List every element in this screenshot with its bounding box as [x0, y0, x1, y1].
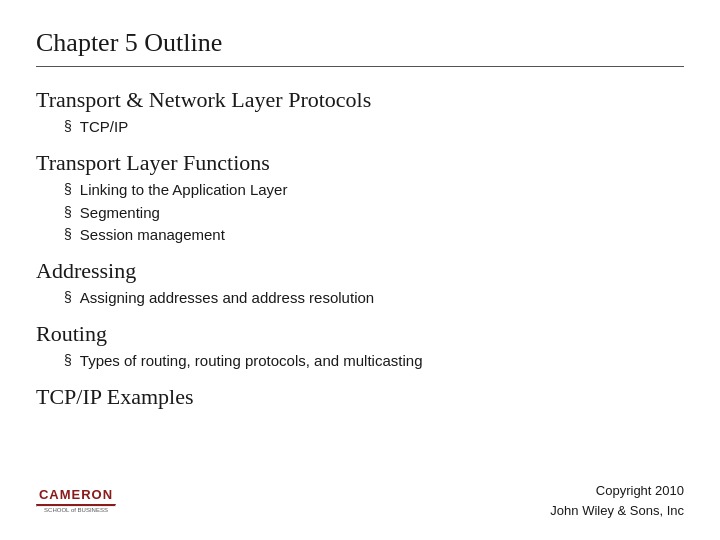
bullet-text: Segmenting: [80, 202, 160, 224]
content-area: Transport & Network Layer Protocols TCP/…: [36, 81, 684, 473]
section-tcpip-examples: TCP/IP Examples: [36, 378, 684, 413]
list-item: Linking to the Application Layer: [36, 179, 684, 201]
bullet-text: Session management: [80, 224, 225, 246]
cameron-logo: CAMERON SCHOOL of BUSINESS: [36, 482, 116, 520]
bullet-text: Assigning addresses and address resoluti…: [80, 287, 374, 309]
logo-subtitle: SCHOOL of BUSINESS: [44, 507, 108, 514]
bullet-list-1: TCP/IP: [36, 116, 684, 138]
section-routing: Routing Types of routing, routing protoc…: [36, 315, 684, 376]
section-heading-2: Transport Layer Functions: [36, 150, 684, 176]
bullet-list-3: Assigning addresses and address resoluti…: [36, 287, 684, 309]
list-item: Session management: [36, 224, 684, 246]
bullet-list-4: Types of routing, routing protocols, and…: [36, 350, 684, 372]
section-heading-3: Addressing: [36, 258, 684, 284]
slide: Chapter 5 Outline Transport & Network La…: [0, 0, 720, 540]
bullet-list-2: Linking to the Application Layer Segment…: [36, 179, 684, 246]
section-heading-4: Routing: [36, 321, 684, 347]
logo-area: CAMERON SCHOOL of BUSINESS: [36, 482, 116, 520]
list-item: Assigning addresses and address resoluti…: [36, 287, 684, 309]
list-item: TCP/IP: [36, 116, 684, 138]
section-transport-network: Transport & Network Layer Protocols TCP/…: [36, 81, 684, 142]
bullet-text: TCP/IP: [80, 116, 128, 138]
footer: CAMERON SCHOOL of BUSINESS Copyright 201…: [36, 473, 684, 520]
section-transport-functions: Transport Layer Functions Linking to the…: [36, 144, 684, 250]
section-heading-5: TCP/IP Examples: [36, 384, 684, 410]
section-addressing: Addressing Assigning addresses and addre…: [36, 252, 684, 313]
slide-title: Chapter 5 Outline: [36, 28, 684, 58]
logo-name: CAMERON: [39, 487, 113, 502]
title-divider: [36, 66, 684, 67]
section-heading-1: Transport & Network Layer Protocols: [36, 87, 684, 113]
list-item: Segmenting: [36, 202, 684, 224]
copyright-text: Copyright 2010John Wiley & Sons, Inc: [550, 481, 684, 520]
list-item: Types of routing, routing protocols, and…: [36, 350, 684, 372]
bullet-text: Types of routing, routing protocols, and…: [80, 350, 423, 372]
bullet-text: Linking to the Application Layer: [80, 179, 288, 201]
